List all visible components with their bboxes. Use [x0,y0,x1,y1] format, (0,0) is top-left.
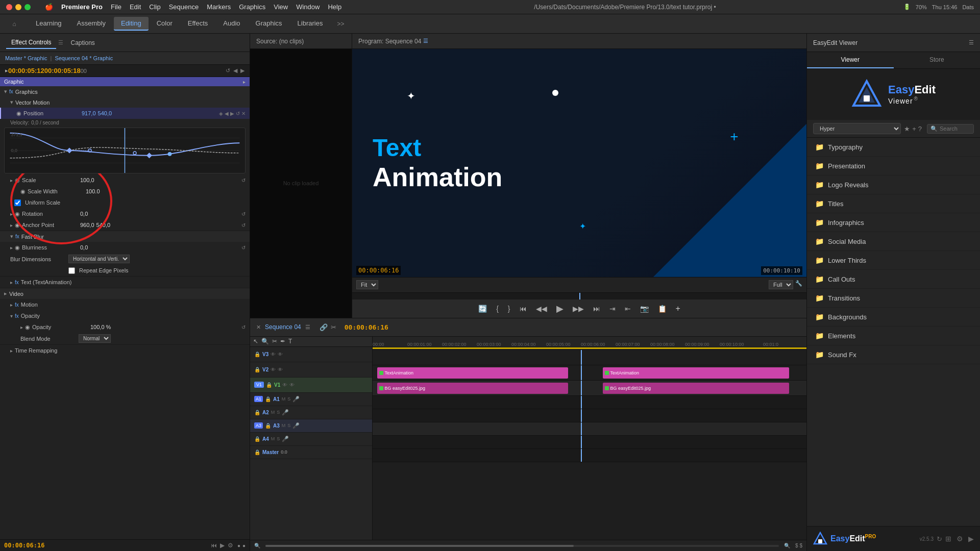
anchor-x-value[interactable]: 960,0 [80,222,94,228]
tl-zoom-slider[interactable] [265,545,779,547]
star-icon[interactable]: ★ [904,125,910,133]
a4-m-label[interactable]: M [271,436,275,441]
tl-zoom-in-icon[interactable]: 🔍 [784,543,790,548]
ec-reset-icon[interactable]: ↺ [226,67,230,74]
scale-width-radio[interactable]: ◉ [20,188,26,195]
anchor-y-value[interactable]: 540,0 [96,222,111,228]
category-transitions[interactable]: 📁 Transitions [807,289,980,308]
category-infographics[interactable]: 📁 Infographics [807,213,980,232]
ec-in-timecode[interactable]: 00:00:05:12 [8,67,44,74]
a4-mic-icon[interactable]: 🎤 [282,436,289,442]
more-workspaces-button[interactable]: >> [337,20,344,28]
pos-diamond-icon[interactable]: ◈ [219,111,223,116]
nav-graphics[interactable]: Graphics [249,17,289,31]
a1-mic-icon[interactable]: 🎤 [292,396,300,403]
minimize-button[interactable] [15,4,21,10]
tc-go-out-icon[interactable]: ⏭ [591,303,603,314]
a1-m-label[interactable]: M [282,396,286,402]
menu-markers[interactable]: Markers [207,3,231,11]
bottom-arrow-icon[interactable]: ▶ [968,535,974,543]
tab-captions[interactable]: Captions [65,37,100,48]
menu-premiere[interactable]: Premiere Pro [61,3,103,11]
nav-color[interactable]: Color [150,17,180,31]
position-y-value[interactable]: 540,0 [98,110,112,116]
menu-clip[interactable]: Clip [149,3,160,11]
category-backgrounds[interactable]: 📁 Backgrounds [807,308,980,327]
text-animation-clip-2[interactable]: TextAnimation [603,367,790,379]
category-presentation[interactable]: 📁 Presentation [807,157,980,176]
ec-next-icon[interactable]: ▶ [240,67,244,74]
blur-reset-icon[interactable]: ↺ [241,245,246,251]
repeat-edge-checkbox[interactable] [68,267,75,274]
opacity-reset-icon[interactable]: ↺ [241,324,246,330]
pos-prev-key-icon[interactable]: ◀ [225,111,229,116]
video-group-header[interactable]: ▸ Video [0,288,250,299]
category-social-media[interactable]: 📁 Social Media [807,232,980,251]
tl-razor-icon[interactable]: ✂ [331,323,336,331]
scale-value[interactable]: 100,0 [80,177,94,183]
preset-dropdown[interactable]: Hyper [813,123,901,134]
nav-assembly[interactable]: Assembly [70,17,113,31]
category-logo-reveals[interactable]: 📁 Logo Reveals [807,176,980,194]
close-button[interactable] [6,4,12,10]
tl-close-icon[interactable]: ✕ [256,324,261,331]
v2-eye-icon[interactable]: 👁 [278,367,283,372]
a2-mic-icon[interactable]: 🎤 [282,409,289,416]
menu-window[interactable]: Window [296,3,320,11]
playhead-scrubber[interactable] [352,292,806,299]
blur-dimensions-select[interactable]: Horizontal and Verti... [68,255,130,263]
tl-zoom-tool[interactable]: 🔍 [261,338,269,345]
menu-graphics[interactable]: Graphics [239,3,265,11]
v1-eye-icon[interactable]: 👁 [289,382,295,388]
ec-settings-icon[interactable]: ⚙ [228,542,233,549]
bg-clip-1[interactable]: BG easyEdit025.jpg [377,383,568,394]
menu-edit[interactable]: Edit [130,3,141,11]
scale-reset-icon[interactable]: ↺ [241,178,246,183]
tab-effect-controls[interactable]: Effect Controls [6,37,56,49]
resolution-select[interactable]: Full [769,280,793,289]
menu-file[interactable]: File [111,3,121,11]
v1-vis-icon[interactable]: 👁 [282,382,287,388]
tc-step-back-icon[interactable]: ◀◀ [533,303,550,314]
search-input[interactable] [940,126,970,132]
program-settings-icon[interactable]: ☰ [423,38,428,44]
tab-store[interactable]: Store [894,52,981,68]
tl-pen-tool[interactable]: ✒ [280,338,285,345]
scale-width-value[interactable]: 100.0 [86,188,100,194]
home-button[interactable]: ⌂ [8,18,20,30]
menu-view[interactable]: View [274,3,288,11]
category-typography[interactable]: 📁 Typography [807,138,980,157]
scale-keyframe-icon[interactable]: ◉ [15,177,20,184]
category-sound-fx[interactable]: 📁 Sound Fx [807,345,980,364]
blurriness-value[interactable]: 0,0 [80,244,88,251]
graphic-collapse-icon[interactable]: ▸ [243,79,246,85]
current-time-display[interactable]: 00:00:06:16 [4,542,44,549]
tc-clipboard-icon[interactable]: 📋 [655,303,669,314]
ec-out-timecode[interactable]: 00:00:05:18 [44,67,81,74]
help-icon[interactable]: ? [918,125,922,133]
tc-insert-icon[interactable]: ⇤ [622,303,633,314]
category-lower-thirds[interactable]: 📁 Lower Thirds [807,251,980,270]
a3-s-label[interactable]: S [287,423,290,428]
rotation-reset-icon[interactable]: ↺ [241,211,246,217]
master-value[interactable]: 0.0 [281,449,287,455]
tl-edit-tool[interactable]: ✂ [272,338,277,345]
category-titles[interactable]: 📁 Titles [807,194,980,213]
a4-s-label[interactable]: S [277,436,280,441]
menu-sequence[interactable]: Sequence [169,3,199,11]
add-preset-icon[interactable]: + [912,125,916,133]
a3-m-label[interactable]: M [282,423,286,428]
ec-prev-icon[interactable]: ◀ [233,67,237,74]
blend-mode-select[interactable]: Normal [79,334,111,343]
a3-mic-icon[interactable]: 🎤 [292,422,300,429]
a2-s-label[interactable]: S [277,410,280,415]
bottom-refresh-icon[interactable]: ↻ [937,535,942,543]
opacity-keyframe-icon[interactable]: ◉ [25,324,30,331]
nav-effects[interactable]: Effects [181,17,215,31]
pos-next-key-icon[interactable]: ▶ [230,111,234,116]
nav-libraries[interactable]: Libraries [290,17,330,31]
opacity-value[interactable]: 100,0 % [90,324,111,330]
graphics-group-header[interactable]: ▾ fx Graphics [0,86,250,97]
transport-prev-icon[interactable]: ⏮ [211,542,217,549]
bg-clip-2[interactable]: BG easyEdit025.jpg [603,383,790,394]
